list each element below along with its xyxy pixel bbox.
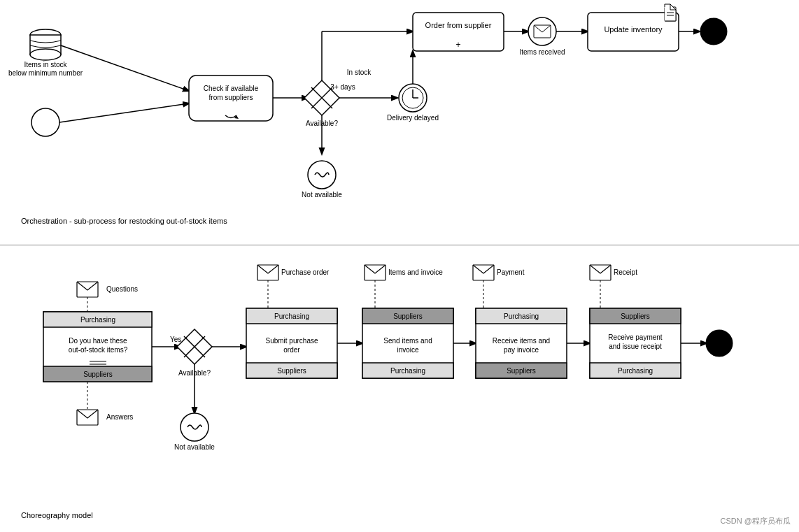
- watermark: CSDN @程序员布瓜: [721, 516, 791, 526]
- task1-label1: Check if available: [204, 85, 259, 92]
- not-available-label2: Not available: [174, 443, 215, 451]
- pay-bot-label: Suppliers: [507, 367, 536, 375]
- pay-main2: pay invoice: [504, 346, 539, 354]
- rec-main2: and issue receipt: [609, 343, 662, 350]
- check-main2: out-of-stock items?: [69, 346, 128, 354]
- inv-main1: Send items and: [383, 337, 432, 345]
- instock-label: In stock: [347, 69, 372, 76]
- items-received-label: Items received: [519, 48, 565, 56]
- inv-top-label: Suppliers: [393, 312, 423, 320]
- inv-msg-label: Items and invoice: [388, 268, 443, 276]
- rec-msg-label: Receipt: [614, 268, 637, 276]
- update-label: Update inventory: [604, 25, 663, 34]
- svg-line-7: [59, 103, 189, 122]
- check-top-label: Purchasing: [80, 316, 115, 324]
- bottom-svg: Questions Purchasing Do you have these o…: [0, 245, 799, 532]
- svg-point-5: [31, 108, 59, 136]
- inv-bot-label: Purchasing: [390, 367, 425, 375]
- rec-main1: Receive payment: [608, 333, 662, 341]
- top-svg: Items in stock below minimum number Chec…: [0, 0, 799, 245]
- po-msg-label: Purchase order: [281, 268, 330, 276]
- start1-label: Items in stock: [24, 61, 67, 69]
- po-top-label: Purchasing: [274, 312, 309, 320]
- svg-line-6: [61, 45, 189, 91]
- answers-label: Answers: [106, 413, 133, 421]
- not-available-label: Not available: [302, 191, 342, 199]
- top-diagram: Items in stock below minimum number Chec…: [0, 0, 799, 245]
- page: Items in stock below minimum number Chec…: [0, 0, 799, 532]
- pay-main1: Receive items and: [493, 337, 550, 345]
- top-diagram-title: Orchestration - sub-process for restocki…: [21, 217, 227, 225]
- check-main1: Do you have these: [69, 337, 127, 345]
- svg-point-79: [707, 331, 732, 356]
- yes-label: Yes: [170, 336, 181, 343]
- po-main2: order: [283, 346, 300, 354]
- svg-point-29: [701, 19, 726, 44]
- rec-top-label: Suppliers: [621, 312, 650, 320]
- task1-label2: from suppliers: [209, 94, 253, 101]
- check-bot-label: Suppliers: [83, 371, 113, 378]
- questions-label: Questions: [106, 285, 138, 293]
- svg-text:+: +: [455, 40, 460, 50]
- threedays-label: 3+ days: [330, 83, 355, 91]
- svg-point-53: [181, 413, 208, 441]
- inv-main2: invoice: [397, 346, 419, 354]
- po-main1: Submit purchase: [265, 337, 318, 345]
- order-label: Order from supplier: [425, 21, 492, 29]
- rec-bot-label: Purchasing: [618, 367, 653, 375]
- svg-point-2: [30, 49, 61, 60]
- bottom-diagram-title: Choreography model: [21, 511, 93, 519]
- pay-msg-label: Payment: [497, 268, 525, 276]
- po-bot-label: Suppliers: [277, 367, 306, 375]
- start1-label2: below minimum number: [8, 69, 83, 77]
- delivery-delayed-label: Delivery delayed: [387, 114, 439, 122]
- svg-point-37: [308, 161, 336, 189]
- bottom-diagram: Questions Purchasing Do you have these o…: [0, 245, 799, 532]
- pay-top-label: Purchasing: [504, 312, 539, 320]
